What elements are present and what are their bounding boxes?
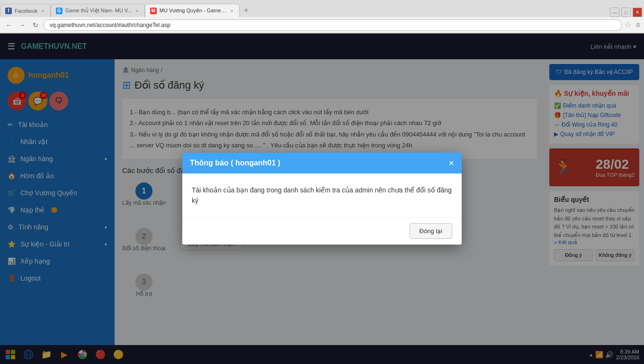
forward-button[interactable]: → [17, 20, 27, 30]
tab-gamerthu[interactable]: G Game thủ Việt Nam- MU V... × [51, 4, 145, 17]
tab-facebook[interactable]: f Facebook × [0, 4, 51, 17]
window-close[interactable]: × [633, 8, 642, 17]
modal-close-button[interactable]: × [448, 158, 454, 168]
tab-bar: f Facebook × G Game thủ Việt Nam- MU V..… [0, 0, 644, 17]
modal-footer: Đóng lại [182, 217, 462, 245]
tab-favicon-mu: M [150, 8, 157, 14]
tab-mu[interactable]: M MU Vương Quyền - Game ... × [145, 4, 240, 17]
refresh-button[interactable]: ↻ [30, 20, 41, 30]
back-button[interactable]: ← [4, 20, 14, 30]
window-minimize[interactable]: — [610, 8, 619, 17]
tab-favicon-facebook: f [5, 8, 12, 14]
tab-close-mu[interactable]: × [229, 8, 234, 14]
tab-close-gamerthu[interactable]: × [134, 8, 139, 14]
modal-body: Tài khoản của bạn đang trong danh sách k… [182, 173, 462, 218]
modal-message: Tài khoản của bạn đang trong danh sách k… [192, 186, 452, 204]
address-bar[interactable] [44, 19, 622, 31]
modal-title: Thông báo ( honganh01 ) [190, 159, 280, 167]
address-bar-row: ← → ↻ ☆ ≡ [0, 17, 644, 33]
tab-label-gamerthu: Game thủ Việt Nam- MU V... [65, 8, 132, 14]
new-tab-button[interactable]: + [240, 4, 253, 17]
modal-dialog: Thông báo ( honganh01 ) × Tài khoản của … [182, 153, 462, 245]
modal-header: Thông báo ( honganh01 ) × [182, 153, 462, 173]
tab-label-mu: MU Vương Quyền - Game ... [160, 8, 227, 14]
browser-chrome: f Facebook × G Game thủ Việt Nam- MU V..… [0, 0, 644, 34]
modal-close-btn[interactable]: Đóng lại [410, 223, 452, 239]
settings-icon[interactable]: ≡ [636, 21, 640, 29]
window-maximize[interactable]: □ [621, 8, 631, 17]
tab-close-facebook[interactable]: × [40, 8, 45, 14]
bookmark-star[interactable]: ☆ [625, 20, 631, 29]
tab-label-facebook: Facebook [15, 8, 37, 14]
tab-favicon-gamerthu: G [56, 8, 63, 14]
modal-overlay[interactable]: Thông báo ( honganh01 ) × Tài khoản của … [0, 33, 644, 364]
